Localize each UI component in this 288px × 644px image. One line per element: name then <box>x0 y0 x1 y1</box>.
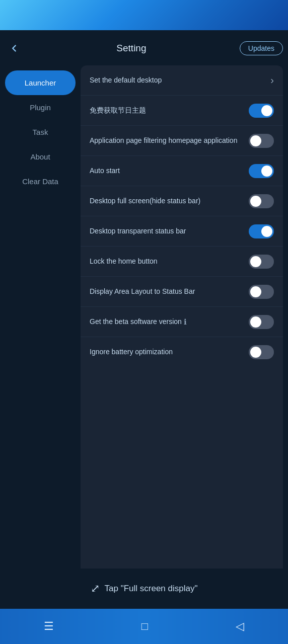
toggle-beta-software[interactable] <box>249 315 274 329</box>
back-nav-icon[interactable]: ◁ <box>236 620 244 633</box>
toggle-knob <box>250 196 261 207</box>
toggle-app-filter[interactable] <box>249 134 274 148</box>
toggle-knob <box>250 347 261 358</box>
toggle-battery-opt[interactable] <box>249 345 274 359</box>
setting-row-battery-opt[interactable]: Ignore battery optimization <box>81 337 283 367</box>
setting-row-app-filter[interactable]: Application page filtering homepage appl… <box>81 126 283 156</box>
setting-row-fullscreen[interactable]: Desktop full screen(hide status bar) <box>81 186 283 216</box>
beta-label-group: Get the beta software version ℹ <box>90 317 187 327</box>
setting-row-transparent-status[interactable]: Desktop transparent status bar <box>81 216 283 247</box>
bottom-prompt: ⤢ Tap "Full screen display" <box>0 569 288 609</box>
bottom-nav: ☰ □ ◁ <box>0 609 288 644</box>
toggle-lock-home[interactable] <box>249 255 274 269</box>
sidebar-item-launcher[interactable]: Launcher <box>5 70 76 95</box>
toggle-knob <box>261 226 272 237</box>
menu-nav-icon[interactable]: ☰ <box>44 620 54 633</box>
sidebar: Launcher Plugin Task About Clear Data <box>5 65 76 599</box>
back-button[interactable] <box>5 39 23 57</box>
page-title: Setting <box>23 43 240 54</box>
setting-row-display-area[interactable]: Display Area Layout to Status Bar <box>81 277 283 307</box>
toggle-fullscreen[interactable] <box>249 194 274 208</box>
sidebar-item-clear-data[interactable]: Clear Data <box>5 169 76 194</box>
updates-button[interactable]: Updates <box>240 41 283 55</box>
toggle-knob <box>250 316 261 328</box>
toggle-knob <box>250 286 261 297</box>
setting-row-lock-home[interactable]: Lock the home button <box>81 247 283 277</box>
toggle-auto-start[interactable] <box>249 164 274 178</box>
chevron-right-icon: › <box>270 74 274 86</box>
toggle-knob <box>250 256 261 267</box>
toggle-knob <box>261 166 272 177</box>
toggle-free-theme[interactable] <box>249 104 274 118</box>
setting-row-beta-software[interactable]: Get the beta software version ℹ <box>81 307 283 337</box>
sidebar-item-plugin[interactable]: Plugin <box>5 95 76 120</box>
top-bar <box>0 0 288 30</box>
setting-row-free-theme[interactable]: 免费获取节日主题 <box>81 96 283 126</box>
fullscreen-icon: ⤢ <box>91 582 100 595</box>
toggle-knob <box>261 105 272 116</box>
sidebar-item-task[interactable]: Task <box>5 120 76 144</box>
setting-row-auto-start[interactable]: Auto start <box>81 156 283 186</box>
toggle-knob <box>250 135 261 146</box>
settings-panel: Set the default desktop › 免费获取节日主题 Appli… <box>81 65 283 599</box>
toggle-transparent-status[interactable] <box>249 224 274 238</box>
info-icon[interactable]: ℹ <box>184 317 187 327</box>
home-nav-icon[interactable]: □ <box>141 620 148 633</box>
toggle-display-area[interactable] <box>249 285 274 299</box>
sidebar-item-about[interactable]: About <box>5 144 76 169</box>
main-container: Launcher Plugin Task About Clear Data Se… <box>0 60 288 599</box>
header-row: Setting Updates <box>0 39 288 57</box>
setting-row-default-desktop[interactable]: Set the default desktop › <box>81 65 283 96</box>
bottom-prompt-text: Tap "Full screen display" <box>105 584 198 594</box>
